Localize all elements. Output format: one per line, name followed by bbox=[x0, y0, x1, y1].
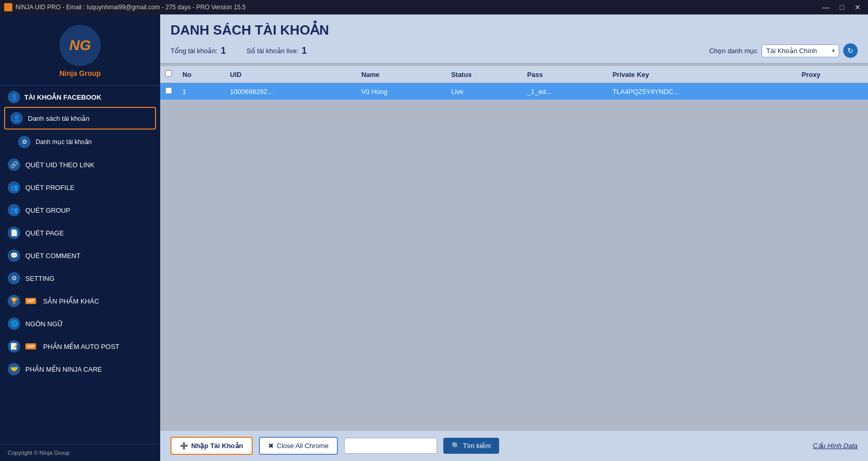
sidebar-item-danh-muc-tai-khoan[interactable]: ⚙ Danh mục tài khoản bbox=[0, 131, 160, 153]
vip-badge: VIP bbox=[25, 298, 36, 304]
sidebar-item-label: Danh mục tài khoản bbox=[36, 138, 91, 146]
sidebar-item-label: QUÉT PAGE bbox=[25, 229, 64, 237]
search-button[interactable]: 🔍 Tìm kiếm bbox=[443, 438, 499, 454]
row-checkbox[interactable] bbox=[165, 87, 172, 94]
logo-subtitle: Ninja Group bbox=[59, 69, 101, 77]
setting-icon: ⚙ bbox=[8, 272, 20, 284]
uid-icon: 🔗 bbox=[8, 158, 20, 171]
titlebar-title: NINJA UID PRO - Email : luquynhmai99@gma… bbox=[16, 4, 246, 11]
titlebar-left: NINJA UID PRO - Email : luquynhmai99@gma… bbox=[4, 3, 246, 11]
page-title: DANH SÁCH TÀI KHOẢN bbox=[171, 22, 858, 38]
sidebar: NG Ninja Group 👤 TÀI KHOẢN FACEBOOK 👤 Da… bbox=[0, 14, 160, 461]
table-container: No UID Name Status Pass Private Key Prox… bbox=[160, 63, 868, 430]
search-label: Tìm kiếm bbox=[463, 442, 491, 450]
titlebar: NINJA UID PRO - Email : luquynhmai99@gma… bbox=[0, 0, 868, 14]
sidebar-item-quet-group[interactable]: 👥 QUÉT GROUP bbox=[0, 199, 160, 221]
language-icon: 🌐 bbox=[8, 317, 20, 330]
sidebar-item-label: QUÉT GROUP bbox=[25, 206, 70, 214]
facebook-icon: 👤 bbox=[8, 91, 20, 103]
page-icon: 📄 bbox=[8, 227, 20, 239]
row-private-key: TLA4PQZ5Y4YNDC... bbox=[607, 83, 796, 100]
category-selector: Chọn danh mục Tài Khoản Chính Danh mục 2… bbox=[709, 43, 858, 58]
row-name: Vũ Hùng bbox=[356, 83, 446, 100]
live-accounts-stat: Số tài khoản live: 1 bbox=[246, 45, 307, 56]
logo-area: NG Ninja Group bbox=[0, 14, 160, 86]
content-header: DANH SÁCH TÀI KHOẢN Tổng tài khoản: 1 Số… bbox=[160, 14, 868, 63]
category-select[interactable]: Tài Khoản Chính Danh mục 2 Danh mục 3 bbox=[762, 44, 839, 57]
row-checkbox-cell bbox=[160, 83, 177, 100]
vip-badge-2: VIP bbox=[25, 343, 36, 349]
profile-icon: 👥 bbox=[8, 181, 20, 194]
col-uid: UID bbox=[225, 66, 356, 83]
sidebar-section-facebook: 👤 TÀI KHOẢN FACEBOOK bbox=[0, 86, 160, 106]
table-header-row: No UID Name Status Pass Private Key Prox… bbox=[160, 66, 868, 83]
live-accounts-label: Số tài khoản live: bbox=[246, 47, 299, 55]
minimize-button[interactable]: — bbox=[819, 2, 833, 12]
total-accounts-stat: Tổng tài khoản: 1 bbox=[171, 45, 226, 56]
category-icon: ⚙ bbox=[18, 136, 30, 148]
select-all-checkbox[interactable] bbox=[165, 70, 172, 77]
content-area: DANH SÁCH TÀI KHOẢN Tổng tài khoản: 1 Số… bbox=[160, 14, 868, 461]
sidebar-item-setting[interactable]: ⚙ SETTING bbox=[0, 267, 160, 290]
maximize-button[interactable]: □ bbox=[837, 2, 847, 12]
sidebar-item-ngon-ngu[interactable]: 🌐 NGÔN NGỮ bbox=[0, 312, 160, 335]
sidebar-item-ninja-care[interactable]: 🤝 PHẦN MỀN NINJA CARE bbox=[0, 358, 160, 380]
sidebar-item-label: PHẦN MỀN NINJA CARE bbox=[25, 365, 102, 373]
col-pass: Pass bbox=[522, 66, 607, 83]
sidebar-item-auto-post[interactable]: 📝 VIP PHẦN MỀM AUTO POST bbox=[0, 335, 160, 358]
close-button[interactable]: ✕ bbox=[851, 2, 864, 12]
logo-ng-text: NG bbox=[69, 37, 91, 54]
stats-bar: Tổng tài khoản: 1 Số tài khoản live: 1 C… bbox=[171, 43, 858, 58]
bottom-bar: ➕ Nhập Tài Khoản ✖ Close All Chrome 🔍 Tì… bbox=[160, 430, 868, 461]
sidebar-item-label: SẢN PHẨM KHÁC bbox=[43, 297, 99, 305]
sidebar-item-label: Danh sách tài khoản bbox=[28, 115, 89, 122]
config-data-link[interactable]: Cấu Hình Data bbox=[813, 442, 858, 450]
add-account-button[interactable]: ➕ Nhập Tài Khoản bbox=[171, 437, 253, 455]
close-chrome-label: Close All Chrome bbox=[277, 442, 329, 450]
account-list-icon: 👤 bbox=[10, 112, 23, 124]
sidebar-item-label: NGÔN NGỮ bbox=[25, 320, 63, 328]
col-private-key: Private Key bbox=[607, 66, 796, 83]
logo-circle: NG bbox=[59, 25, 101, 66]
main-layout: NG Ninja Group 👤 TÀI KHOẢN FACEBOOK 👤 Da… bbox=[0, 14, 868, 461]
total-accounts-label: Tổng tài khoản: bbox=[171, 47, 218, 55]
table-row[interactable]: 1 1000698292... Vũ Hùng Live _1_ed... TL… bbox=[160, 83, 868, 100]
col-status: Status bbox=[446, 66, 522, 83]
row-pass: _1_ed... bbox=[522, 83, 607, 100]
table-header-checkbox bbox=[160, 66, 177, 83]
col-no: No bbox=[177, 66, 225, 83]
sidebar-item-label: QUÉT COMMENT bbox=[25, 252, 81, 260]
row-status: Live bbox=[446, 83, 522, 100]
sidebar-item-quet-page[interactable]: 📄 QUÉT PAGE bbox=[0, 221, 160, 244]
sidebar-item-quet-comment[interactable]: 💬 QUÉT COMMENT bbox=[0, 244, 160, 267]
auto-post-icon: 📝 bbox=[8, 340, 20, 353]
sidebar-item-label: QUÉT PROFILE bbox=[25, 184, 74, 192]
live-accounts-value: 1 bbox=[302, 45, 307, 56]
sidebar-item-san-pham-khac[interactable]: 🏆 VIP SẢN PHẨM KHÁC bbox=[0, 290, 160, 312]
col-proxy: Proxy bbox=[797, 66, 868, 83]
accounts-table: No UID Name Status Pass Private Key Prox… bbox=[160, 66, 868, 100]
app-icon bbox=[4, 3, 12, 11]
search-input[interactable] bbox=[344, 438, 437, 454]
sidebar-item-danh-sach-tai-khoan[interactable]: 👤 Danh sách tài khoản bbox=[4, 107, 156, 130]
row-uid: 1000698292... bbox=[225, 83, 356, 100]
col-name: Name bbox=[356, 66, 446, 83]
total-accounts-value: 1 bbox=[221, 45, 226, 56]
sidebar-footer: Copyright © Ninja Group bbox=[0, 444, 160, 461]
vip-product-icon: 🏆 bbox=[8, 295, 20, 307]
row-no: 1 bbox=[177, 83, 225, 100]
group-icon: 👥 bbox=[8, 204, 20, 216]
refresh-button[interactable]: ↻ bbox=[843, 43, 858, 58]
close-chrome-button[interactable]: ✖ Close All Chrome bbox=[259, 437, 338, 455]
sidebar-item-label: QUÉT UID THEO LINK bbox=[25, 161, 95, 169]
search-icon: 🔍 bbox=[452, 442, 460, 450]
add-account-label: Nhập Tài Khoản bbox=[191, 442, 243, 450]
add-icon: ➕ bbox=[180, 442, 188, 450]
sidebar-item-quet-profile[interactable]: 👥 QUÉT PROFILE bbox=[0, 176, 160, 199]
category-label: Chọn danh mục bbox=[709, 47, 757, 55]
sidebar-item-label: PHẦN MỀM AUTO POST bbox=[43, 343, 120, 351]
category-select-wrapper: Tài Khoản Chính Danh mục 2 Danh mục 3 bbox=[762, 44, 839, 57]
sidebar-item-quet-uid[interactable]: 🔗 QUÉT UID THEO LINK bbox=[0, 153, 160, 176]
ninja-care-icon: 🤝 bbox=[8, 363, 20, 375]
sidebar-item-label: SETTING bbox=[25, 275, 54, 282]
